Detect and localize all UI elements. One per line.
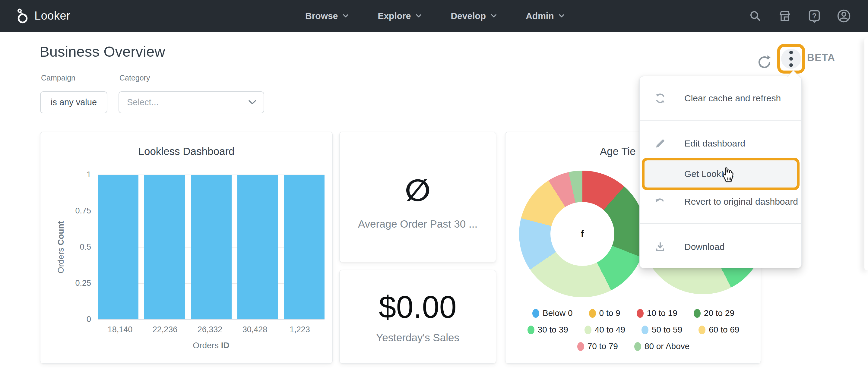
x-axis-title: Orders ID [98,341,324,350]
null-value-symbol: ∅ [405,175,431,205]
account-icon[interactable] [834,6,854,26]
y-tick-label: 0.5 [64,242,91,252]
chevron-down-icon [343,14,349,18]
menu-divider [640,223,801,224]
legend-row: 30 to 39 40 to 49 50 to 59 60 to 69 [515,325,752,335]
menu-item-clear-cache[interactable]: Clear cache and refresh [640,85,801,111]
legend-item-20-to-29[interactable]: 20 to 29 [694,308,734,318]
nav-icons: ? [746,0,854,32]
category-filter-label: Category [119,73,150,82]
legend-item-below-0[interactable]: Below 0 [532,308,573,318]
legend-dot [589,309,596,318]
campaign-filter-value: is any value [51,97,97,107]
nav-item-develop[interactable]: Develop [451,11,497,21]
legend-dot [532,309,539,318]
dashboard-actions-menu: Clear cache and refresh Edit dashboard G… [640,76,802,268]
menu-item-edit-dashboard[interactable]: Edit dashboard [640,130,801,157]
y-tick-label: 0.75 [64,206,91,216]
x-tick-label: 26,332 [184,325,236,334]
search-icon[interactable] [746,6,765,26]
legend-item-10-to-19[interactable]: 10 to 19 [637,308,677,318]
nav-item-browse[interactable]: Browse [305,11,349,21]
legend-item-80-or-above[interactable]: 80 or Above [634,342,689,351]
x-tick-label: 22,236 [140,325,191,334]
legend-item-50-to-59[interactable]: 50 to 59 [642,325,682,335]
bar-1223 [284,175,324,319]
menu-item-label: Revert to original dashboard [684,197,798,207]
bar-22236 [144,175,185,319]
refresh-dashboard-button[interactable] [756,54,773,71]
tile-yesterdays-sales: $0.00 Yesterday's Sales [339,270,496,364]
menu-item-label: Clear cache and refresh [684,93,781,103]
legend-dot [699,326,706,334]
nav-item-explore[interactable]: Explore [378,11,422,21]
x-tick-label: 18,140 [94,325,146,334]
nav-menus: Browse Explore Develop Admin [305,0,565,32]
legend-row: 70 to 79 80 or Above [515,342,752,351]
donut-chart-female: f [519,171,646,297]
menu-item-get-lookml[interactable]: Get LookML [642,158,800,190]
bar-30428 [237,175,278,319]
campaign-filter-label: Campaign [41,73,75,82]
looker-logo[interactable]: Looker [16,0,70,32]
svg-text:?: ? [812,11,817,20]
donut-center-label: f [550,202,614,266]
menu-divider [640,120,801,121]
help-icon[interactable]: ? [805,6,824,26]
looker-logo-icon [16,8,30,24]
legend-item-30-to-39[interactable]: 30 to 39 [527,325,568,335]
download-icon [654,241,666,253]
legend-item-60-to-69[interactable]: 60 to 69 [699,325,739,335]
sales-label: Yesterday's Sales [376,332,459,344]
kebab-dot [789,51,793,54]
nav-item-admin[interactable]: Admin [526,11,565,21]
legend-dot [637,309,644,318]
bar-series [98,175,324,319]
scrollbar[interactable] [864,38,868,270]
top-navbar: Looker Browse Explore Develop Admin [0,0,868,32]
legend-dot [577,342,584,351]
marketplace-icon[interactable] [775,6,795,26]
category-filter-placeholder: Select... [127,97,159,107]
kebab-dot [789,63,793,67]
legend-dot [585,326,591,334]
chevron-down-icon [415,14,422,18]
y-tick-label: 0.25 [64,278,91,288]
nav-item-label: Browse [305,11,338,21]
bar-18140 [98,175,138,319]
legend-dot [642,326,648,334]
refresh-cw-icon [654,92,666,104]
pointer-cursor-icon [720,165,736,184]
nav-item-label: Develop [451,11,486,21]
y-tick-label: 0 [64,314,91,324]
pencil-icon [654,137,666,149]
legend-dot [527,326,534,334]
chevron-down-icon [559,14,565,18]
nav-item-label: Explore [378,11,411,21]
category-filter-select[interactable]: Select... [119,91,264,113]
bar-26332 [191,175,231,319]
legend-item-0-to-9[interactable]: 0 to 9 [589,308,620,318]
average-order-label: Average Order Past 30 ... [358,218,477,230]
menu-item-label: Download [684,242,724,252]
chevron-down-icon [248,100,256,105]
legend-item-40-to-49[interactable]: 40 to 49 [585,325,625,335]
age-tier-title: Age Tie [600,145,636,157]
bar-chart-title: Lookless Dashboard [40,145,332,157]
legend-dot [694,309,701,318]
y-tick-label: 1 [64,169,91,180]
legend-dot [634,342,641,351]
menu-item-revert-dashboard[interactable]: Revert to original dashboard [640,189,801,215]
refresh-icon [757,55,772,70]
menu-item-label: Edit dashboard [684,138,745,148]
x-axis-line [98,319,324,320]
dashboard-actions-kebab-button[interactable] [781,49,801,69]
looker-logo-text: Looker [34,9,70,22]
tile-lookless-dashboard: Lookless Dashboard Orders Count 1 0.75 0… [40,132,333,364]
beta-badge: BETA [807,52,835,63]
kebab-dot [789,57,793,61]
menu-item-download[interactable]: Download [640,234,801,260]
page-title: Business Overview [39,43,165,60]
legend-item-70-to-79[interactable]: 70 to 79 [577,342,618,351]
campaign-filter-button[interactable]: is any value [40,91,107,113]
